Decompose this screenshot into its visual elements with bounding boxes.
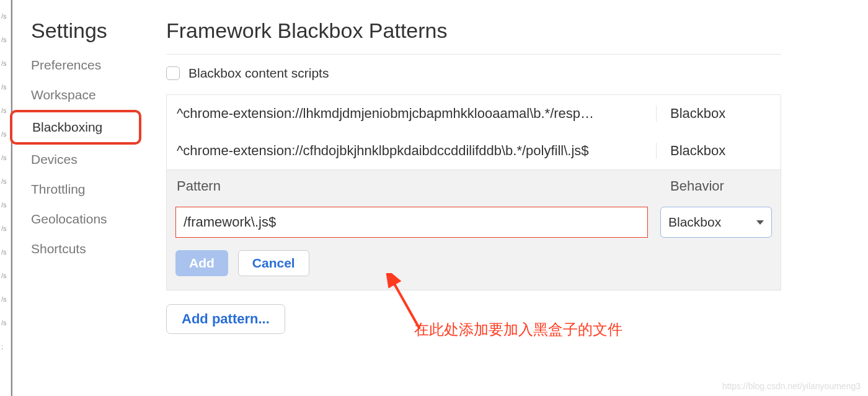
pattern-cell: ^chrome-extension://cfhdojbkjhnklbpkdaib… [167, 143, 657, 159]
add-pattern-button[interactable]: Add pattern... [166, 304, 285, 334]
sidebar-item-workspace[interactable]: Workspace [12, 80, 148, 110]
checkbox-label: Blackbox content scripts [188, 66, 329, 81]
sidebar-title: Settings [12, 19, 148, 50]
sidebar-item-geolocations[interactable]: Geolocations [12, 204, 148, 234]
sidebar-item-shortcuts[interactable]: Shortcuts [12, 234, 148, 264]
pattern-input[interactable] [175, 207, 648, 238]
sidebar-item-preferences[interactable]: Preferences [12, 50, 148, 80]
table-row[interactable]: ^chrome-extension://cfhdojbkjhnklbpkdaib… [167, 132, 781, 169]
sidebar-item-devices[interactable]: Devices [12, 145, 148, 174]
editor-gutter: /s/s/s/s/s/s/s/s/s/s/s/s/s/s; [0, 0, 11, 396]
blackbox-content-scripts-row[interactable]: Blackbox content scripts [166, 66, 781, 81]
watermark: https://blog.csdn.net/yilanyoumeng3 [722, 381, 861, 391]
header-behavior: Behavior [657, 178, 781, 194]
sidebar: Settings Preferences Workspace Blackboxi… [11, 0, 148, 396]
button-row: Add Cancel [167, 238, 781, 290]
header-pattern: Pattern [167, 178, 657, 194]
patterns-table: ^chrome-extension://lhkmdjdmjeniobmjcbap… [166, 94, 781, 290]
cancel-button[interactable]: Cancel [238, 250, 309, 276]
annotation-text: 在此处添加要加入黑盒子的文件 [414, 320, 622, 340]
table-row[interactable]: ^chrome-extension://lhkmdjdmjeniobmjcbap… [167, 95, 781, 132]
pattern-cell: ^chrome-extension://lhkmdjdmjeniobmjcbap… [167, 106, 657, 122]
sidebar-item-blackboxing[interactable]: Blackboxing [10, 110, 141, 145]
chevron-down-icon [756, 220, 764, 225]
behavior-cell: Blackbox [657, 106, 781, 122]
checkbox-icon[interactable] [166, 66, 180, 80]
sidebar-item-throttling[interactable]: Throttling [12, 174, 148, 204]
behavior-select-value: Blackbox [668, 215, 721, 230]
behavior-select[interactable]: Blackbox [660, 207, 772, 238]
page-title: Framework Blackbox Patterns [166, 19, 781, 55]
add-button[interactable]: Add [175, 250, 228, 276]
table-header: Pattern Behavior [167, 169, 781, 202]
behavior-cell: Blackbox [657, 143, 781, 159]
input-row: Blackbox [167, 202, 781, 238]
